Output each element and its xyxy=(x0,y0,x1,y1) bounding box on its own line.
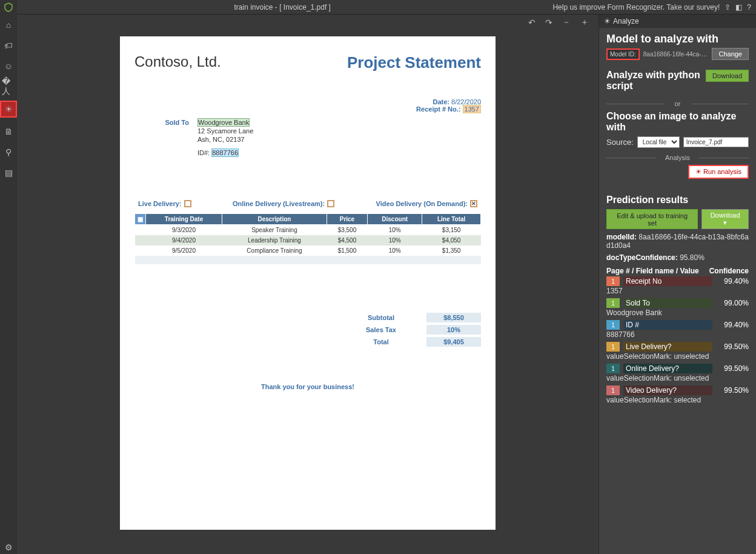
totals-block: Subtotal$8,550 Sales Tax10% Total$9,405 xyxy=(336,313,481,347)
change-button[interactable]: Change xyxy=(712,48,749,60)
model-id-value: 8aa16866-16fe-44ca-b13a-8bfc6a... xyxy=(643,51,709,58)
table-row: 9/3/2020Speaker Training$3,50010%$3,150 xyxy=(135,225,481,236)
or-divider: or xyxy=(606,100,749,107)
plug-icon[interactable]: ⚲ xyxy=(2,145,15,159)
canvas-area: ↶ ↷ － ＋ Contoso, Ltd. Project Statement … xyxy=(17,15,598,554)
prediction-item: 1Receipt No99.40%1357 xyxy=(606,276,749,297)
table-row: 9/5/2020Compliance Training$1,50010%$1,3… xyxy=(135,245,481,256)
python-heading: Analyze with python script xyxy=(606,70,701,92)
tag-icon[interactable]: 🏷 xyxy=(2,39,15,52)
redo-icon[interactable]: ↷ xyxy=(545,18,552,27)
choose-heading: Choose an image to analyze with xyxy=(606,111,749,133)
prediction-item: 1Online Delivery?99.50%valueSelectionMar… xyxy=(606,364,749,384)
checkbox-online xyxy=(327,200,334,207)
share-icon[interactable]: ⇪ xyxy=(724,3,731,12)
canvas-toolbar: ↶ ↷ － ＋ xyxy=(17,15,598,30)
analysis-divider: Analysis xyxy=(606,154,749,161)
undo-icon[interactable]: ↶ xyxy=(528,18,536,27)
statement-title: Project Statement xyxy=(347,53,481,72)
app-logo-icon xyxy=(0,0,17,15)
model-heading: Model to analyze with xyxy=(606,33,749,45)
model-id-label: Model ID: xyxy=(606,48,640,60)
sold-to-label: Sold To xyxy=(134,119,189,158)
checkbox-video: ✕ xyxy=(470,200,477,207)
merge-icon[interactable]: �人 xyxy=(2,80,15,93)
right-panel: ☀Analyze Model to analyze with Model ID:… xyxy=(598,15,756,554)
source-file-input[interactable] xyxy=(683,137,749,147)
left-sidebar: ⌂ 🏷 ☺ �人 ☀ 🗎 ⚲ ▤ ⚙ xyxy=(0,15,17,554)
help-icon[interactable]: ? xyxy=(747,3,751,12)
chevron-down-icon: ▾ xyxy=(723,219,727,226)
home-icon[interactable]: ⌂ xyxy=(2,18,15,32)
gear-icon: ☀ xyxy=(604,17,611,25)
edit-upload-button[interactable]: Edit & upload to training set xyxy=(606,209,698,229)
page-icon[interactable]: ▤ xyxy=(2,166,15,179)
panel-toggle-icon[interactable]: ◧ xyxy=(735,3,742,12)
doc-meta: Date: 8/22/2020 Receipt # No.: 1357 xyxy=(134,98,481,113)
bank-highlight: Woodgrove Bank xyxy=(197,118,250,127)
source-select[interactable]: Local file xyxy=(637,136,680,148)
source-label: Source: xyxy=(606,138,634,147)
document-icon[interactable]: 🗎 xyxy=(2,125,15,138)
run-analysis-button[interactable]: ☀ Run analysis xyxy=(688,165,749,179)
results-heading: Prediction results xyxy=(606,195,749,205)
table-row: 9/4/2020Leadership Training$4,50010%$4,0… xyxy=(135,235,481,245)
project-title: train invoice - [ Invoice_1.pdf ] xyxy=(17,3,548,12)
prediction-item: 1ID #99.40%8887766 xyxy=(606,320,749,341)
receipt-no-highlight: 1357 xyxy=(463,105,481,113)
settings-icon[interactable]: ⚙ xyxy=(2,541,15,554)
download-results-button[interactable]: Download ▾ xyxy=(701,209,749,229)
id-highlight: 8887766 xyxy=(211,149,239,157)
checkbox-live xyxy=(184,200,191,207)
panel-header: ☀Analyze xyxy=(599,15,756,28)
analyze-icon[interactable]: ☀ xyxy=(0,101,17,118)
survey-link[interactable]: Help us improve Form Recognizer. Take ou… xyxy=(552,3,720,12)
line-items-table: ▦ Training Date Description Price Discou… xyxy=(134,213,481,264)
sold-to-value: Woodgrove Bank 12 Sycamore Lane Ash, NC,… xyxy=(197,119,253,158)
top-bar: train invoice - [ Invoice_1.pdf ] Help u… xyxy=(0,0,756,15)
zoom-in-icon[interactable]: ＋ xyxy=(580,17,589,28)
prediction-item: 1Live Delivery?99.50%valueSelectionMark:… xyxy=(606,342,749,362)
document-preview: Contoso, Ltd. Project Statement Date: 8/… xyxy=(120,36,496,530)
download-script-button[interactable]: Download xyxy=(706,70,749,82)
robot-icon[interactable]: ☺ xyxy=(2,59,15,73)
zoom-out-icon[interactable]: － xyxy=(562,17,571,28)
prediction-item: 1Sold To99.00%Woodgrove Bank xyxy=(606,298,749,319)
prediction-item: 1Video Delivery?99.50%valueSelectionMark… xyxy=(606,385,749,406)
thanks-text: Thank you for your business! xyxy=(134,383,481,390)
